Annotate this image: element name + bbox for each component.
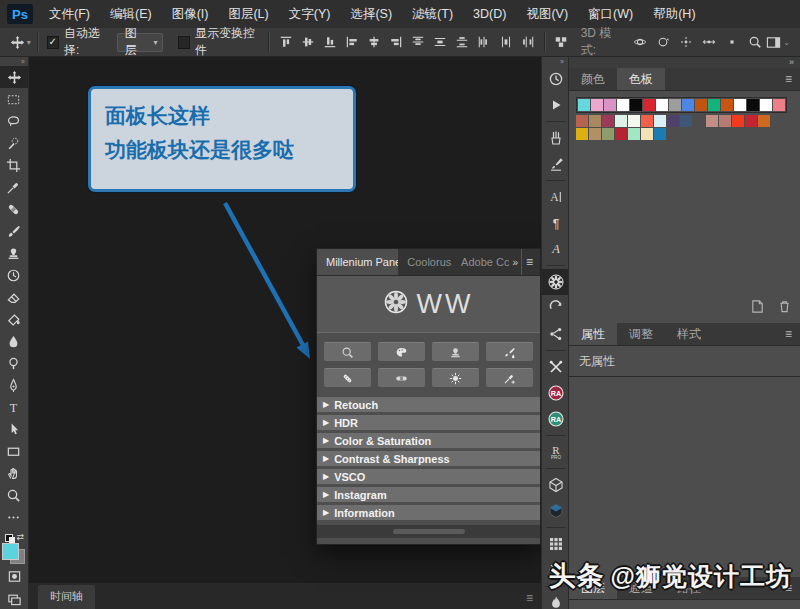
- swatch[interactable]: [630, 99, 642, 111]
- 3d-slide-button[interactable]: [699, 32, 719, 52]
- swatch[interactable]: [578, 99, 590, 111]
- crop-tool[interactable]: [0, 154, 26, 176]
- distribute-vcenter-button[interactable]: [430, 32, 450, 52]
- swatch[interactable]: [721, 99, 733, 111]
- panel-button-palette[interactable]: [378, 342, 425, 361]
- swatch[interactable]: [695, 99, 707, 111]
- panel-tab-millenium-panel[interactable]: Millenium Panel: [317, 249, 398, 275]
- swatch[interactable]: [654, 115, 666, 127]
- workspace-caret-icon[interactable]: ⌄: [783, 38, 790, 47]
- menu-item-10[interactable]: 帮助(H): [643, 0, 705, 28]
- dock-actions-panel[interactable]: [542, 92, 569, 118]
- dock-paragraph-panel[interactable]: ¶: [542, 210, 569, 236]
- menu-item-1[interactable]: 编辑(E): [100, 0, 162, 28]
- section-information[interactable]: ▶Information: [317, 505, 540, 520]
- swatch[interactable]: [708, 99, 720, 111]
- swatch[interactable]: [628, 115, 640, 127]
- panel-menu-icon[interactable]: ≡: [521, 249, 540, 275]
- foreground-color[interactable]: [2, 543, 19, 560]
- panel-button-bandage[interactable]: [378, 368, 425, 387]
- dodge-tool[interactable]: [0, 352, 26, 374]
- type-tool[interactable]: T: [0, 396, 26, 418]
- section-color-saturation[interactable]: ▶Color & Saturation: [317, 433, 540, 448]
- panel-button-sharpen-sun[interactable]: [432, 368, 479, 387]
- dock-glyphs-panel[interactable]: A: [542, 236, 569, 262]
- swatch[interactable]: [745, 115, 757, 127]
- dock-refresh-panel[interactable]: [542, 295, 569, 321]
- new-swatch-icon[interactable]: [750, 299, 765, 318]
- panel-button-patch[interactable]: [324, 368, 371, 387]
- default-colors-control[interactable]: ⇄: [2, 532, 26, 541]
- workspace-button[interactable]: [765, 32, 784, 52]
- panel-tab-overflow-icon[interactable]: »: [509, 249, 521, 275]
- 3d-roll-button[interactable]: [653, 32, 673, 52]
- blur-tool[interactable]: [0, 330, 26, 352]
- swatch[interactable]: [656, 99, 668, 111]
- gradient-paint-bucket-tool[interactable]: [0, 308, 26, 330]
- dock-retouch-pro-panel[interactable]: RPRO: [542, 439, 569, 465]
- swatch[interactable]: [615, 115, 627, 127]
- swatch[interactable]: [773, 99, 785, 111]
- color-menu-icon[interactable]: ≡: [777, 68, 800, 90]
- color-tab-颜色[interactable]: 颜色: [569, 68, 617, 90]
- swatch[interactable]: [576, 115, 588, 127]
- panel-button-zoom[interactable]: [324, 342, 371, 361]
- dock-history-panel[interactable]: [542, 66, 569, 92]
- edit-toolbar[interactable]: [0, 506, 26, 528]
- scrollbar-thumb[interactable]: [393, 529, 465, 534]
- distribute-bottom-button[interactable]: [452, 32, 472, 52]
- dock-tool-presets-panel[interactable]: [542, 354, 569, 380]
- 3d-orbit-button[interactable]: [630, 32, 650, 52]
- swatch[interactable]: [589, 128, 601, 140]
- distribute-left-button[interactable]: [474, 32, 494, 52]
- panel-button-brush-drop[interactable]: [486, 342, 533, 361]
- menu-item-0[interactable]: 文件(F): [39, 0, 100, 28]
- swatch[interactable]: [617, 99, 629, 111]
- section-instagram[interactable]: ▶Instagram: [317, 487, 540, 502]
- eyedropper-tool[interactable]: [0, 176, 26, 198]
- move-tool[interactable]: [0, 66, 28, 88]
- dock-share-panel[interactable]: [542, 321, 569, 347]
- section-contrast-sharpness[interactable]: ▶Contrast & Sharpness: [317, 451, 540, 466]
- quick-selection-tool[interactable]: [0, 132, 26, 154]
- swatch[interactable]: [643, 99, 655, 111]
- pen-tool[interactable]: [0, 374, 26, 396]
- menu-item-2[interactable]: 图像(I): [162, 0, 219, 28]
- section-hdr[interactable]: ▶HDR: [317, 415, 540, 430]
- auto-align-button[interactable]: [552, 32, 571, 52]
- properties-tab-调整[interactable]: 调整: [617, 323, 665, 345]
- menu-item-7[interactable]: 3D(D): [463, 0, 516, 28]
- dock-millenium-panel[interactable]: [542, 269, 569, 295]
- delete-swatch-icon[interactable]: [777, 299, 792, 318]
- align-left-button[interactable]: [342, 32, 362, 52]
- menu-item-9[interactable]: 窗口(W): [578, 0, 643, 28]
- dock-3d-scene-panel[interactable]: [542, 498, 569, 524]
- swatch[interactable]: [734, 99, 746, 111]
- swatch[interactable]: [719, 115, 731, 127]
- swatch[interactable]: [602, 128, 614, 140]
- panel-tab-coolorus[interactable]: Coolorus: [398, 249, 452, 275]
- dock-pattern-panel[interactable]: [542, 531, 569, 557]
- align-hcenter-button[interactable]: [364, 32, 384, 52]
- align-right-button[interactable]: [386, 32, 406, 52]
- swatch[interactable]: [654, 128, 666, 140]
- hand-tool[interactable]: [0, 462, 26, 484]
- screen-mode[interactable]: [1, 587, 27, 609]
- tool-preset-caret-icon[interactable]: ▾: [27, 38, 31, 47]
- auto-select-checkbox[interactable]: ✓: [47, 36, 59, 49]
- align-bottom-button[interactable]: [320, 32, 340, 52]
- distribute-hcenter-button[interactable]: [496, 32, 516, 52]
- properties-tab-属性[interactable]: 属性: [569, 323, 617, 345]
- dock-character-panel[interactable]: A: [542, 184, 569, 210]
- healing-brush-tool[interactable]: [0, 198, 26, 220]
- swatch[interactable]: [604, 99, 616, 111]
- brush-tool[interactable]: [0, 220, 26, 242]
- swatch[interactable]: [628, 128, 640, 140]
- distribute-right-button[interactable]: [518, 32, 538, 52]
- align-top-button[interactable]: [276, 32, 296, 52]
- distribute-top-button[interactable]: [408, 32, 428, 52]
- menu-item-8[interactable]: 视图(V): [516, 0, 578, 28]
- section-retouch[interactable]: ▶Retouch: [317, 397, 540, 412]
- show-transform-checkbox[interactable]: [178, 36, 190, 49]
- swatch[interactable]: [747, 99, 759, 111]
